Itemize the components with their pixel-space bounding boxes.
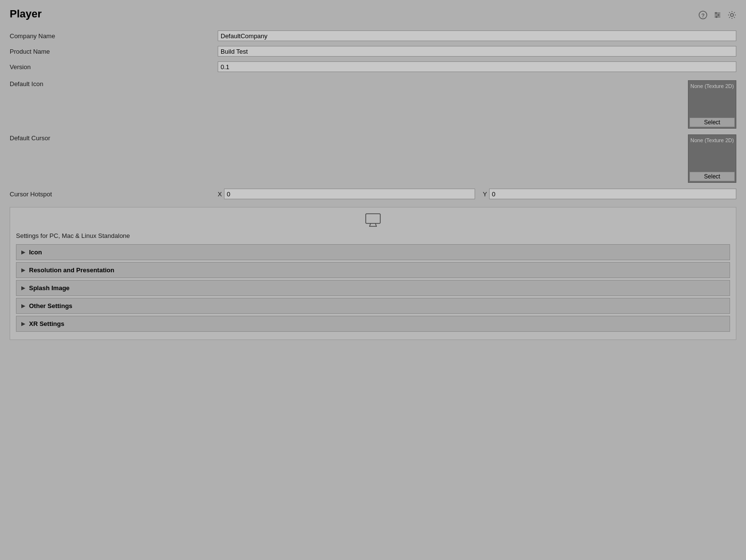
collapsible-icon-label: Icon	[29, 249, 42, 256]
default-cursor-row: Default Cursor None (Texture 2D) Select	[10, 134, 736, 183]
collapse-arrow-icon: ▶	[21, 249, 25, 255]
default-icon-texture-label: None (Texture 2D)	[690, 83, 734, 89]
hotspot-y-input[interactable]	[489, 189, 736, 199]
product-name-label: Product Name	[10, 48, 218, 55]
hotspot-x-label: X	[218, 191, 222, 198]
collapsible-xr-label: XR Settings	[29, 320, 64, 327]
svg-text:?: ?	[701, 13, 705, 18]
collapse-arrow-splash-icon: ▶	[21, 285, 25, 291]
platform-section: Settings for PC, Mac & Linux Standalone …	[10, 207, 736, 340]
version-label: Version	[10, 63, 218, 71]
fields-section: Company Name Product Name Version Defaul…	[10, 29, 736, 199]
hotspot-x-coord: X	[218, 189, 475, 199]
svg-point-5	[715, 12, 717, 14]
hotspot-x-input[interactable]	[224, 189, 475, 199]
product-name-row: Product Name	[10, 44, 736, 58]
gear-icon[interactable]	[728, 10, 736, 18]
company-name-row: Company Name	[10, 29, 736, 43]
collapsible-other[interactable]: ▶ Other Settings	[16, 298, 730, 314]
svg-line-10	[370, 223, 371, 226]
monitor-icon	[365, 213, 381, 228]
version-input[interactable]	[218, 61, 736, 72]
product-name-input[interactable]	[218, 46, 736, 57]
default-icon-row: Default Icon None (Texture 2D) Select	[10, 80, 736, 129]
default-cursor-texture-box: None (Texture 2D) Select	[688, 134, 736, 183]
platform-icon-row	[16, 213, 730, 228]
hotspot-y-label: Y	[483, 191, 487, 198]
hotspot-inputs: X Y	[218, 189, 736, 199]
version-row: Version	[10, 60, 736, 74]
collapse-arrow-xr-icon: ▶	[21, 321, 25, 327]
collapsible-splash[interactable]: ▶ Splash Image	[16, 280, 730, 296]
collapsible-resolution[interactable]: ▶ Resolution and Presentation	[16, 262, 730, 278]
collapse-arrow-other-icon: ▶	[21, 303, 25, 309]
cursor-hotspot-row: Cursor Hotspot X Y	[10, 189, 736, 199]
main-container: Player ?	[0, 0, 746, 560]
collapsible-splash-label: Splash Image	[29, 284, 70, 292]
default-cursor-label: Default Cursor	[10, 134, 218, 142]
default-cursor-texture-label: None (Texture 2D)	[690, 137, 734, 144]
default-icon-select-button[interactable]: Select	[689, 118, 735, 127]
svg-point-8	[731, 14, 733, 16]
svg-line-11	[375, 223, 376, 226]
title-icons: ?	[699, 10, 736, 18]
page-title: Player	[10, 8, 42, 20]
page-header: Player ?	[10, 8, 736, 20]
settings2-icon[interactable]	[713, 10, 722, 18]
company-name-input[interactable]	[218, 30, 736, 41]
collapsible-icon[interactable]: ▶ Icon	[16, 244, 730, 260]
collapsible-xr[interactable]: ▶ XR Settings	[16, 316, 730, 332]
platform-title: Settings for PC, Mac & Linux Standalone	[16, 232, 730, 239]
collapse-arrow-resolution-icon: ▶	[21, 267, 25, 273]
svg-rect-9	[366, 214, 380, 223]
collapsible-resolution-label: Resolution and Presentation	[29, 266, 114, 274]
collapsible-other-label: Other Settings	[29, 302, 73, 309]
default-icon-label: Default Icon	[10, 80, 218, 88]
svg-point-6	[717, 14, 719, 16]
default-cursor-select-button[interactable]: Select	[689, 172, 735, 181]
hotspot-y-coord: Y	[479, 189, 736, 199]
help-icon[interactable]: ?	[699, 10, 707, 18]
company-name-label: Company Name	[10, 32, 218, 40]
cursor-hotspot-label: Cursor Hotspot	[10, 191, 218, 198]
svg-point-7	[716, 16, 717, 18]
default-icon-texture-box: None (Texture 2D) Select	[688, 80, 736, 129]
